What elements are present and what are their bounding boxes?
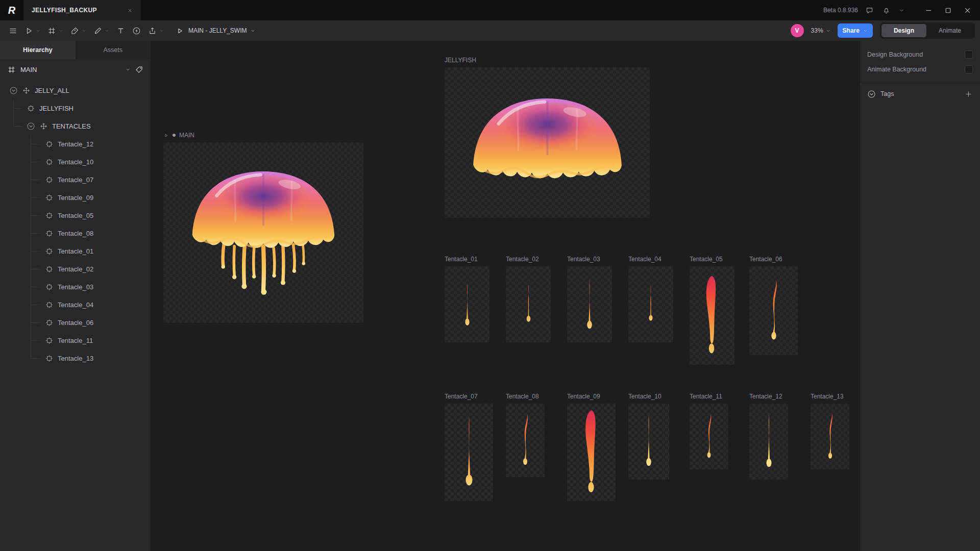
tree-item-tentacle[interactable]: Tentacle_02 [0,260,151,278]
tree-item-tentacle[interactable]: Tentacle_06 [0,314,151,332]
artboard-label[interactable]: Tentacle_11 [690,393,728,400]
tree-item-tentacle[interactable]: Tentacle_01 [0,242,151,260]
artboard-name: Tentacle_04 [628,256,662,263]
events-tool-button[interactable] [129,23,144,38]
chevron-down-icon[interactable] [251,29,255,33]
nested-artboard-icon [45,300,54,309]
tree-item-tentacle[interactable]: Tentacle_04 [0,296,151,314]
tree-item-label: Tentacle_13 [58,355,93,362]
artboard-jellyfish[interactable] [445,67,650,218]
chevron-down-icon[interactable] [59,29,63,33]
chevron-down-icon[interactable] [899,8,904,13]
tab-hierarchy[interactable]: Hierarchy [0,41,76,59]
artboard-tentacle[interactable] [628,404,669,480]
artboard-tentacle[interactable] [628,266,673,342]
artboard-label-main[interactable]: MAIN [163,132,363,139]
chevron-down-icon[interactable] [126,67,130,72]
tree-item-label: Tentacle_09 [58,194,93,202]
add-tag-icon[interactable] [964,90,973,98]
artboard-label-jellyfish[interactable]: JELLYFISH [445,57,650,64]
artboard-label[interactable]: Tentacle_07 [445,393,493,400]
tree-item-tentacles[interactable]: TENTACLES [0,117,151,135]
text-tool-button[interactable] [113,23,129,38]
animate-mode-button[interactable]: Animate [926,24,973,37]
tree-item-tentacle[interactable]: Tentacle_11 [0,332,151,349]
tree-item-jelly-all[interactable]: JELLY_ALL [0,82,151,99]
artboard-main[interactable] [163,142,363,323]
tentacle-image [462,280,472,330]
feedback-icon[interactable] [865,6,874,15]
artboard-tentacle[interactable] [506,404,545,477]
play-icon[interactable] [163,133,169,138]
app-logo-icon[interactable]: R [0,5,23,16]
canvas[interactable]: MAIN JELLYFISH Tentacle_01 Tentacle_02 T… [151,41,860,551]
group-icon [22,86,31,95]
tree-item-label: Tentacle_04 [58,301,93,309]
tree-item-tentacle[interactable]: Tentacle_08 [0,224,151,242]
menu-button[interactable] [5,23,21,38]
zoom-selector[interactable]: 33% [811,27,830,34]
minimize-button[interactable] [921,3,936,18]
select-tool-button[interactable] [21,23,44,38]
chevron-down-icon[interactable] [863,29,868,33]
design-background-swatch[interactable] [965,51,973,59]
artboard-tentacle[interactable] [749,266,798,355]
artboard-tentacle[interactable] [445,266,489,342]
artboard-tentacle[interactable] [445,404,493,501]
artboard-label[interactable]: Tentacle_03 [567,256,612,263]
close-button[interactable] [960,3,975,18]
tree-item-tentacle[interactable]: Tentacle_03 [0,278,151,296]
artboard-label[interactable]: Tentacle_08 [506,393,545,400]
artboard-tentacle[interactable] [506,266,551,342]
expand-chevron-icon[interactable] [9,86,18,95]
artboard-label[interactable]: Tentacle_13 [811,393,849,400]
artboard-label[interactable]: Tentacle_02 [506,256,551,263]
expand-chevron-icon[interactable] [27,122,35,131]
pen-tool-button[interactable] [67,23,90,38]
tree-item-tentacle[interactable]: Tentacle_05 [0,207,151,224]
chevron-down-icon[interactable] [159,29,164,33]
notifications-bell-icon[interactable] [882,6,891,15]
artboard-label[interactable]: Tentacle_09 [567,393,616,400]
tab-assets[interactable]: Assets [76,41,151,59]
chevron-down-icon[interactable] [82,29,86,33]
artboard-tentacle[interactable] [567,266,612,342]
maximize-button[interactable] [940,3,955,18]
share-button[interactable]: Share [838,23,873,38]
pencil-tool-button[interactable] [90,23,113,38]
design-mode-button[interactable]: Design [881,24,926,37]
artboard-tentacle[interactable] [811,404,849,469]
artboard-label[interactable]: Tentacle_04 [628,256,673,263]
artboard-tentacle[interactable] [567,404,616,501]
user-avatar[interactable]: V [791,24,804,37]
chevron-down-icon[interactable] [36,29,40,33]
artboard-name: JELLYFISH [445,57,476,64]
artboard-label[interactable]: Tentacle_12 [749,393,788,400]
artboard-tentacle[interactable] [690,266,734,365]
export-button[interactable] [144,23,167,38]
tab-close-icon[interactable] [127,8,133,13]
tree-item-tentacle[interactable]: Tentacle_09 [0,189,151,207]
artboard-label[interactable]: Tentacle_05 [690,256,734,263]
active-artboard-row[interactable]: MAIN [0,59,151,80]
artboard-name: Tentacle_08 [506,393,539,400]
tag-icon[interactable] [135,65,143,74]
tree-item-tentacle[interactable]: Tentacle_10 [0,153,151,171]
collapse-chevron-icon[interactable] [867,90,876,98]
artboard-tentacle[interactable] [749,404,788,480]
animate-background-swatch[interactable] [965,65,973,73]
document-tab[interactable]: JELLYFISH_BACKUP [23,0,141,20]
chevron-down-icon[interactable] [826,29,830,33]
artboard-label[interactable]: Tentacle_06 [749,256,798,263]
tree-item-jellyfish[interactable]: JELLYFISH [0,99,151,117]
artboard-tentacle[interactable] [690,404,728,469]
state-machine-selector[interactable]: MAIN - JELLY_SWIM [173,27,258,35]
chevron-down-icon[interactable] [105,29,109,33]
artboard-label[interactable]: Tentacle_10 [628,393,669,400]
artboard-tool-button[interactable] [44,23,67,38]
tree-item-tentacle[interactable]: Tentacle_07 [0,171,151,189]
tree-item-tentacle[interactable]: Tentacle_12 [0,135,151,153]
artboard-label[interactable]: Tentacle_01 [445,256,489,263]
play-icon[interactable] [176,27,184,35]
tree-item-tentacle[interactable]: Tentacle_13 [0,349,151,367]
